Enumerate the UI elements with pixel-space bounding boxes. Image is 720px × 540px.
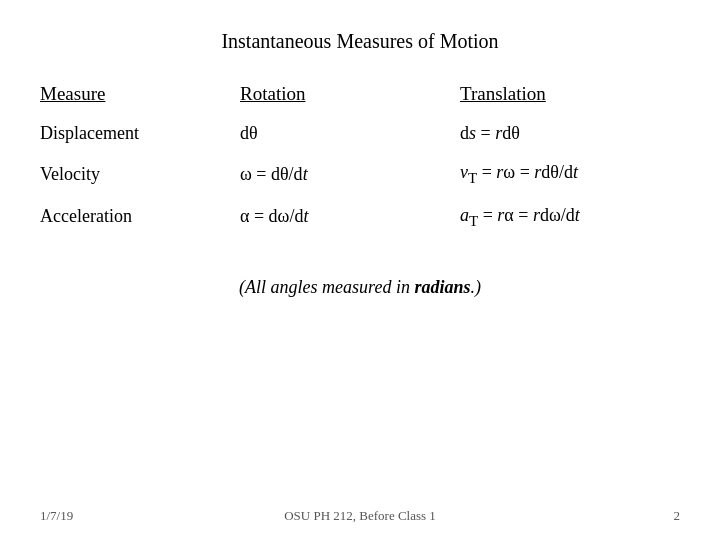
- rotation-displacement: dθ: [240, 123, 460, 144]
- note-prefix: (All angles measured in: [239, 277, 414, 297]
- header-rotation: Rotation: [240, 83, 460, 105]
- rotation-velocity: ω = dθ/dt: [240, 164, 460, 185]
- measure-displacement: Displacement: [40, 123, 240, 144]
- header-translation: Translation: [460, 83, 720, 105]
- row-displacement: Displacement dθ ds = rdθ: [40, 123, 680, 144]
- rotation-acceleration: α = dω/dt: [240, 206, 460, 227]
- note-suffix: .): [470, 277, 481, 297]
- footer-center: OSU PH 212, Before Class 1: [284, 508, 436, 524]
- translation-acceleration: aT = rα = rdω/dt: [460, 205, 720, 230]
- table-area: Measure Rotation Translation Displacemen…: [40, 83, 680, 247]
- row-acceleration: Acceleration α = dω/dt aT = rα = rdω/dt: [40, 205, 680, 230]
- note-bold: radians: [414, 277, 470, 297]
- formula-note: (All angles measured in radians.): [40, 277, 680, 298]
- translation-velocity: vT = rω = rdθ/dt: [460, 162, 720, 187]
- slide-container: Instantaneous Measures of Motion Measure…: [0, 0, 720, 540]
- header-measure: Measure: [40, 83, 240, 105]
- header-row: Measure Rotation Translation: [40, 83, 680, 105]
- footer-right: 2: [674, 508, 681, 524]
- footer-left: 1/7/19: [40, 508, 73, 524]
- measure-acceleration: Acceleration: [40, 206, 240, 227]
- slide-title: Instantaneous Measures of Motion: [40, 30, 680, 53]
- translation-displacement: ds = rdθ: [460, 123, 720, 144]
- row-velocity: Velocity ω = dθ/dt vT = rω = rdθ/dt: [40, 162, 680, 187]
- measure-velocity: Velocity: [40, 164, 240, 185]
